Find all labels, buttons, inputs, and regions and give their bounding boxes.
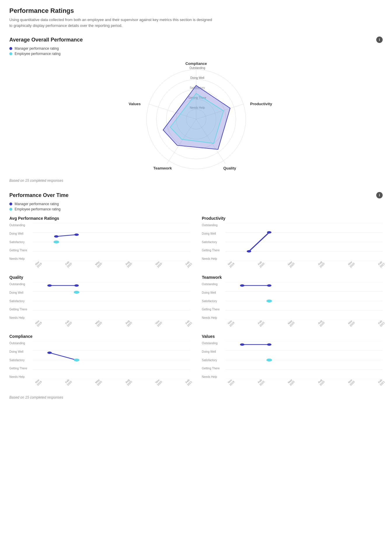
svg-point-28 [53,241,59,243]
svg-point-72 [266,359,272,361]
time-employee-label: Employee performance rating [15,207,60,211]
chart-compliance-svg [33,341,190,379]
y-doingwell: Doing Well [9,232,31,235]
manager-dot [9,47,12,50]
manager-label: Manager performance rating [15,46,59,51]
svg-text:Teamwork: Teamwork [153,166,172,170]
radar-based-on: Based on 15 completed responses [9,179,383,183]
chart-avg-xaxis: Nov 2019 Feb 2020 May 2020 Aug 2020 Nov … [33,262,190,268]
svg-line-60 [50,353,76,360]
svg-text:Quality: Quality [223,166,236,170]
chart-avg-title: Avg Performance Ratings [9,216,190,221]
chart-teamwork: Teamwork Outstanding Doing Well Satisfac… [202,275,383,327]
svg-point-52 [240,284,244,287]
svg-point-27 [74,233,79,236]
chart-compliance-title: Compliance [9,334,190,339]
avg-overall-title: Average Overall Performance [9,37,83,43]
legend-manager: Manager performance rating [9,46,383,51]
legend-employee: Employee performance rating [9,52,383,56]
avg-overall-info-icon[interactable]: i [376,37,383,43]
chart-productivity-xaxis: Nov 2019 Feb 2020 May 2020 Aug 2020 Nov … [225,262,383,268]
employee-label: Employee performance rating [15,52,60,56]
y-satisfactory: Satisfactory [9,241,31,244]
svg-point-71 [267,343,271,346]
time-based-on: Based on 15 completed responses [9,395,383,399]
x-nov2020: Nov 2020 [154,260,163,269]
time-legend: Manager performance rating Employee perf… [9,202,383,211]
time-manager-dot [9,203,12,205]
svg-point-63 [74,359,79,361]
radar-svg: Outstanding Doing Well Satisfactory Gett… [120,59,272,176]
y-outstanding: Outstanding [9,224,31,227]
svg-point-36 [267,231,271,233]
svg-point-26 [54,235,58,238]
x-nov2019: Nov 2019 [34,260,43,269]
chart-values-svg [225,341,383,379]
x-aug2020: Aug 2020 [124,260,133,269]
chart-quality-svg [33,282,190,320]
chart-values-title: Values [202,334,383,339]
svg-text:Doing Well: Doing Well [190,76,204,79]
x-feb2021: Feb 2021 [184,260,193,269]
time-legend-employee: Employee performance rating [9,207,383,211]
chart-avg: Avg Performance Ratings Outstanding Doin… [9,216,190,268]
chart-productivity-title: Productivity [202,216,383,221]
chart-quality-title: Quality [9,275,190,280]
chart-productivity: Productivity Outstanding Doing Well Sati… [202,216,383,268]
svg-text:Values: Values [128,102,140,106]
page-title: Performance Ratings [9,7,383,15]
time-manager-label: Manager performance rating [15,202,59,206]
chart-teamwork-svg [225,282,383,320]
y-needshelp: Needs Help [9,257,31,260]
perf-over-time-section-header: Performance Over Time i [9,192,383,198]
radar-legend: Manager performance rating Employee perf… [9,46,383,56]
chart-values: Values Outstanding Doing Well Satisfacto… [202,334,383,386]
employee-dot [9,52,12,55]
svg-point-61 [47,352,52,354]
time-legend-manager: Manager performance rating [9,202,383,206]
prod-y-needshelp: Needs Help [202,257,224,260]
page-subtitle: Using quantitative data collected from b… [9,17,214,28]
chart-compliance-xaxis: Nov 2019 Feb 2020 May 2020 Aug 2020 Nov … [33,380,190,386]
time-employee-dot [9,208,12,211]
chart-quality-xaxis: Nov 2019 Feb 2020 May 2020 Aug 2020 Nov … [33,321,190,327]
y-gettingthere: Getting There [9,249,31,252]
chart-avg-svg [33,223,190,261]
prod-y-doingwell: Doing Well [202,232,224,235]
prod-y-gettingthere: Getting There [202,249,224,252]
chart-quality: Quality Outstanding Doing Well Satisfact… [9,275,190,327]
svg-text:Compliance: Compliance [185,61,207,66]
avg-overall-section-header: Average Overall Performance i [9,37,383,43]
svg-point-43 [47,284,52,287]
prod-y-outstanding: Outstanding [202,224,224,227]
chart-productivity-svg [225,223,383,261]
svg-point-44 [74,284,79,287]
chart-compliance: Compliance Outstanding Doing Well Satisf… [9,334,190,386]
svg-point-54 [266,300,272,302]
svg-text:Productivity: Productivity [250,102,272,106]
svg-point-53 [267,284,271,287]
perf-over-time-info-icon[interactable]: i [376,192,383,198]
perf-over-time-title: Performance Over Time [9,192,69,198]
chart-teamwork-xaxis: Nov 2019 Feb 2020 May 2020 Aug 2020 Nov … [225,321,383,327]
svg-line-25 [56,235,76,236]
chart-teamwork-title: Teamwork [202,275,383,280]
svg-point-70 [240,343,244,346]
prod-y-satisfactory: Satisfactory [202,241,224,244]
x-may2020: May 2020 [94,260,103,269]
radar-chart-container: Outstanding Doing Well Satisfactory Gett… [9,59,383,176]
line-charts-grid: Avg Performance Ratings Outstanding Doin… [9,216,383,386]
svg-point-35 [247,250,251,252]
x-feb2020: Feb 2020 [64,260,73,269]
chart-values-xaxis: Nov 2019 Feb 2020 May 2020 Aug 2020 Nov … [225,380,383,386]
svg-text:Outstanding: Outstanding [189,66,205,70]
svg-point-45 [74,291,79,294]
